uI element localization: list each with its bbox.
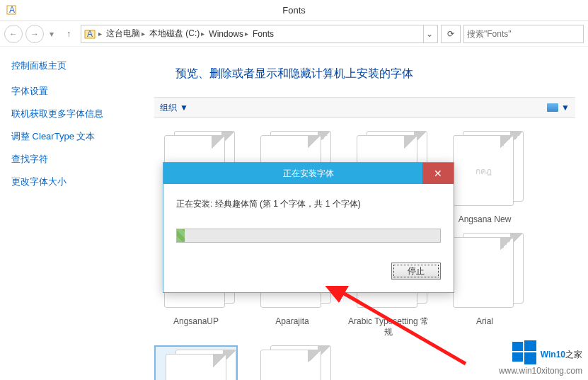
refresh-button[interactable]: ⟳ — [441, 25, 461, 43]
font-name: Angsana New — [443, 214, 526, 226]
address-toolbar: ← → ▾ ↑ A ▸ 这台电脑▸ 本地磁盘 (C:)▸ Windows▸ Fo… — [0, 21, 588, 47]
window-titlebar: A Fonts — [0, 0, 588, 21]
window-title: Fonts — [282, 5, 306, 16]
address-bar[interactable]: A ▸ 这台电脑▸ 本地磁盘 (C:)▸ Windows▸ Fonts ⌄ — [81, 25, 438, 43]
sidebar-link[interactable]: 更改字体大小 — [11, 175, 130, 188]
address-dropdown-button[interactable]: ⌄ — [423, 25, 434, 42]
windows-logo-icon — [512, 340, 536, 364]
font-sample: กคฎ — [475, 164, 492, 178]
font-name: Aparajita — [250, 316, 334, 328]
view-button[interactable]: ▼ — [547, 103, 570, 113]
font-item[interactable]: 한글BatangChe 常 — [250, 345, 334, 380]
sidebar: 控制面板主页 字体设置 联机获取更多字体信息 调整 ClearType 文本 查… — [0, 47, 142, 380]
font-item[interactable]: กคฎAngsana New — [443, 131, 526, 226]
window-icon: A — [4, 3, 18, 17]
svg-text:A: A — [87, 29, 93, 39]
breadcrumb-item[interactable]: 本地磁盘 (C:)▸ — [148, 28, 206, 40]
font-thumbnail: 한글 — [253, 345, 331, 380]
folder-icon: A — [84, 28, 96, 40]
search-input[interactable] — [467, 29, 580, 39]
sidebar-link[interactable]: 字体设置 — [11, 85, 130, 98]
stop-button[interactable]: 停止 — [391, 263, 441, 280]
breadcrumb-item[interactable]: Fonts — [251, 29, 275, 39]
control-panel-home-link[interactable]: 控制面板主页 — [11, 59, 130, 72]
sidebar-link[interactable]: 调整 ClearType 文本 — [11, 130, 130, 143]
font-thumbnail — [446, 233, 524, 311]
dialog-close-button[interactable]: ✕ — [422, 163, 454, 184]
sidebar-link[interactable]: 查找字符 — [11, 153, 130, 166]
font-item[interactable]: 한글Batang 常规 — [154, 345, 238, 380]
dialog-title: 正在安装字体 — [283, 168, 334, 180]
up-button[interactable]: ↑ — [59, 25, 78, 43]
progress-bar — [176, 229, 441, 243]
back-button[interactable]: ← — [4, 25, 23, 43]
dialog-message: 正在安装: 经典趣体简 (第 1 个字体，共 1 个字体) — [176, 198, 441, 210]
breadcrumb-separator[interactable]: ▸ — [97, 30, 103, 38]
svg-rect-8 — [524, 352, 536, 364]
breadcrumb-item[interactable]: 这台电脑▸ — [105, 28, 146, 40]
font-thumbnail: กคฎ — [446, 131, 524, 209]
recent-locations-button[interactable]: ▾ — [47, 25, 57, 43]
svg-text:A: A — [9, 5, 15, 15]
organize-button[interactable]: 组织▼ — [160, 102, 188, 114]
svg-rect-7 — [512, 352, 523, 362]
watermark: Win10之家 www.win10xitong.com — [499, 340, 582, 376]
dialog-titlebar[interactable]: 正在安装字体 ✕ — [163, 163, 454, 184]
sidebar-link[interactable]: 联机获取更多字体信息 — [11, 108, 130, 120]
font-name: Arial — [443, 316, 526, 328]
svg-rect-6 — [524, 340, 536, 351]
font-item[interactable]: Arial — [443, 233, 526, 338]
install-font-dialog: 正在安装字体 ✕ 正在安装: 经典趣体简 (第 1 个字体，共 1 个字体) 停… — [163, 162, 454, 293]
font-name: AngsanaUP — [154, 316, 238, 328]
forward-button[interactable]: → — [25, 25, 44, 43]
page-heading: 预览、删除或者显示和隐藏计算机上安装的字体 — [175, 67, 575, 81]
watermark-url: www.win10xitong.com — [499, 366, 582, 376]
font-name: Arabic Typesetting 常规 — [347, 316, 430, 338]
breadcrumb-item[interactable]: Windows▸ — [207, 29, 250, 39]
font-thumbnail: 한글 — [158, 350, 236, 380]
search-box[interactable] — [463, 25, 584, 43]
command-bar: 组织▼ ▼ — [154, 97, 575, 118]
svg-rect-5 — [512, 342, 523, 351]
